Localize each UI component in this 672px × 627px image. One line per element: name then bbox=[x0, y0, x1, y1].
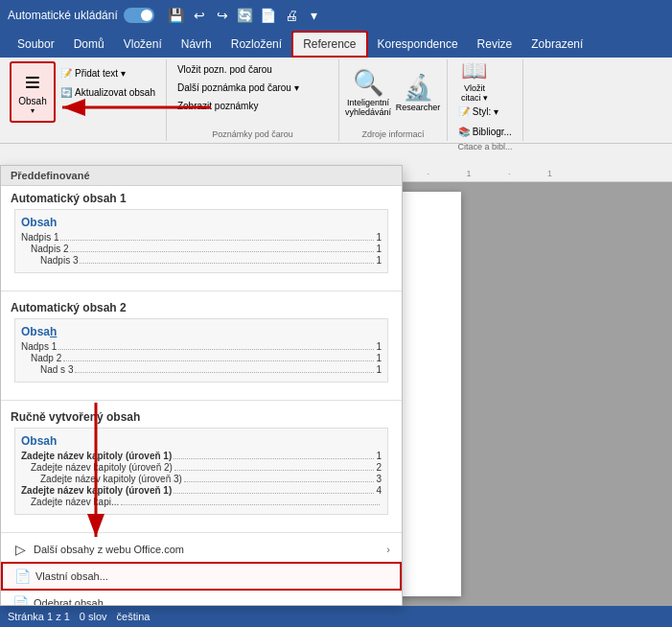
section-divider-2 bbox=[1, 400, 402, 401]
pridat-text-btn[interactable]: 📝 Přidat text ▾ bbox=[56, 65, 160, 81]
submenu-arrow: › bbox=[386, 544, 390, 555]
obsah-side-btns: 📝 Přidat text ▾ 🔄 Aktualizovat obsah bbox=[56, 61, 160, 101]
poznamky-label: Poznámky pod čarou bbox=[173, 129, 333, 139]
auto1-entry-3: Nadpis 3 1 bbox=[21, 255, 382, 266]
obsah-label: Obsah bbox=[18, 96, 46, 106]
autosave-toggle[interactable] bbox=[124, 8, 154, 23]
rucne-e3-text: Zadejte název kapitoly (úroveň 3) bbox=[40, 474, 182, 484]
auto2-entry-3: Nad s 3 1 bbox=[21, 364, 382, 375]
styl-btn[interactable]: 📝 Styl: ▾ bbox=[453, 104, 503, 120]
researcher-btn[interactable]: 🔬 Researcher bbox=[395, 61, 441, 123]
auto2-e3-num: 1 bbox=[376, 364, 382, 375]
rucne-e4-text: Zadejte název kapitoly (úroveň 1) bbox=[21, 485, 172, 496]
auto2-e3-dots bbox=[75, 372, 374, 373]
tab-korespondence[interactable]: Korespondence bbox=[368, 31, 468, 58]
more-icon[interactable]: ▾ bbox=[306, 7, 323, 24]
ribbon-group-obsah: ≡ Obsah ▾ 📝 Přidat text ▾ 🔄 Aktualizovat… bbox=[4, 59, 167, 141]
dalsi-label: Další obsahy z webu Office.com bbox=[34, 544, 184, 555]
vlozit-poznamku-label: Vložit pozn. pod čarou bbox=[177, 64, 272, 75]
rucne-entry-5: Zadejte název kapi... bbox=[21, 497, 382, 507]
dalsi-poznamka-btn[interactable]: Další poznámka pod čarou ▾ bbox=[173, 80, 304, 96]
auto2-e1-text: Nadps 1 bbox=[21, 341, 57, 352]
pridat-text-icon: 📝 bbox=[60, 68, 72, 79]
bibliografie-label: 📚 Bibliogr... bbox=[458, 127, 512, 137]
zobrazit-poznamky-btn[interactable]: Zobrazit poznámky bbox=[173, 98, 263, 114]
auto2-entry-2: Nadp 2 1 bbox=[21, 353, 382, 363]
rucne-e2-dots bbox=[174, 470, 375, 471]
aktualizovat-icon: 🔄 bbox=[60, 87, 72, 98]
tab-soubor[interactable]: Soubor bbox=[8, 31, 64, 58]
rucne-e5-dots bbox=[121, 504, 380, 505]
zdroje-inner: 🔍 Inteligentnívyhledávání 🔬 Researcher bbox=[345, 61, 441, 128]
auto2-e2-text: Nadp 2 bbox=[31, 353, 61, 363]
tab-revize[interactable]: Revize bbox=[468, 31, 522, 58]
auto1-e1-num: 1 bbox=[376, 232, 382, 243]
auto1-e2-num: 1 bbox=[376, 244, 382, 254]
rucne-e4-num: 4 bbox=[376, 485, 382, 496]
vlozit-poznamku-btn[interactable]: Vložit pozn. pod čarou bbox=[173, 61, 277, 78]
auto1-e3-text: Nadpis 3 bbox=[40, 255, 78, 266]
inteligentni-btn[interactable]: 🔍 Inteligentnívyhledávání bbox=[345, 61, 391, 123]
tab-domu[interactable]: Domů bbox=[64, 31, 114, 58]
auto1-e3-num: 1 bbox=[376, 255, 382, 266]
titlebar-left: Automatické ukládání 💾 ↩ ↪ 🔄 📄 🖨 ▾ bbox=[8, 7, 323, 24]
obsah-button[interactable]: ≡ Obsah ▾ bbox=[10, 61, 56, 123]
rucne-preview[interactable]: Obsah Zadejte název kapitoly (úroveň 1) … bbox=[14, 428, 388, 515]
auto2-preview[interactable]: Obsah Nadps 1 1 Nadp 2 1 Nad s 3 1 bbox=[14, 318, 388, 383]
section-divider-1 bbox=[1, 290, 402, 291]
lang: čeština bbox=[117, 611, 151, 622]
print-icon[interactable]: 🖨 bbox=[283, 7, 300, 24]
auto1-preview[interactable]: Obsah Nadpis 1 1 Nadpis 2 1 Nadpis 3 1 bbox=[14, 209, 388, 273]
rucne-obsah-label: Obsah bbox=[21, 434, 382, 448]
researcher-icon: 🔬 bbox=[403, 73, 433, 103]
undo-icon[interactable]: ↩ bbox=[191, 7, 208, 24]
rucne-e1-dots bbox=[174, 458, 374, 459]
vlozit-citaci-btn[interactable]: 📖 Vložitcitaci ▾ bbox=[453, 61, 496, 100]
obsah-arrow: ▾ bbox=[31, 106, 35, 115]
rucne-e1-text: Zadejte název kapitoly (úroveň 1) bbox=[21, 451, 172, 461]
tab-vlozeni[interactable]: Vložení bbox=[114, 31, 172, 58]
pridat-text-label: Přidat text ▾ bbox=[75, 68, 126, 79]
dropdown-panel: Předdefinované Automatický obsah 1 Obsah… bbox=[0, 165, 403, 606]
inteligentni-label: Inteligentnívyhledávání bbox=[345, 98, 391, 117]
ribbon: ≡ Obsah ▾ 📝 Přidat text ▾ 🔄 Aktualizovat… bbox=[0, 58, 672, 144]
dalsi-poznamka-label: Další poznámka pod čarou ▾ bbox=[177, 82, 299, 93]
rucne-title: Ručně vytvořený obsah bbox=[11, 410, 392, 424]
auto1-entry-1: Nadpis 1 1 bbox=[21, 232, 382, 243]
section-divider-3 bbox=[1, 532, 402, 533]
menu-item-vlastni[interactable]: 📄 Vlastní obsah... bbox=[1, 562, 402, 591]
status-bar: Stránka 1 z 1 0 slov čeština bbox=[0, 606, 672, 627]
auto2-entry-1: Nadps 1 1 bbox=[21, 341, 382, 352]
doc-icon[interactable]: 📄 bbox=[260, 7, 277, 24]
titlebar: Automatické ukládání 💾 ↩ ↪ 🔄 📄 🖨 ▾ bbox=[0, 0, 672, 31]
redo-icon[interactable]: ↪ bbox=[214, 7, 231, 24]
ribbon-group-citace: 📖 Vložitcitaci ▾ 📝 Styl: ▾ 📚 Bibliogr...… bbox=[448, 59, 523, 141]
rucne-e5-text: Zadejte název kapi... bbox=[31, 497, 119, 507]
refresh-icon[interactable]: 🔄 bbox=[237, 7, 254, 24]
bibliografie-btn[interactable]: 📚 Bibliogr... bbox=[453, 124, 517, 140]
tab-zobrazeni[interactable]: Zobrazení bbox=[521, 31, 592, 58]
ribbon-group-poznamky: Vložit pozn. pod čarou Další poznámka po… bbox=[167, 59, 339, 141]
aktualizovat-obsah-btn[interactable]: 🔄 Aktualizovat obsah bbox=[56, 84, 160, 101]
auto2-e2-dots bbox=[63, 360, 374, 361]
auto1-entry-2: Nadpis 2 1 bbox=[21, 244, 382, 254]
auto1-title: Automatický obsah 1 bbox=[11, 192, 392, 205]
menu-item-dalsi[interactable]: ▷ Další obsahy z webu Office.com › bbox=[1, 537, 402, 562]
menu-item-odebrat[interactable]: 📄 Odebrat obsah bbox=[1, 591, 402, 606]
auto1-obsah-label: Obsah bbox=[21, 216, 382, 229]
save-icon[interactable]: 💾 bbox=[168, 7, 185, 24]
tab-navrh[interactable]: Návrh bbox=[172, 31, 221, 58]
ribbon-group-zdroje: 🔍 Inteligentnívyhledávání 🔬 Researcher Z… bbox=[339, 59, 448, 141]
auto1-e1-dots bbox=[60, 240, 374, 241]
auto1-e3-dots bbox=[80, 263, 374, 264]
styl-label: 📝 Styl: ▾ bbox=[458, 106, 498, 117]
auto1-e2-dots bbox=[70, 251, 374, 252]
toc-section-auto2: Automatický obsah 2 Obsah Nadps 1 1 Nadp… bbox=[1, 295, 402, 396]
tab-reference[interactable]: Reference bbox=[291, 31, 367, 58]
tab-rozlozeni[interactable]: Rozložení bbox=[221, 31, 291, 58]
rucne-entry-1: Zadejte název kapitoly (úroveň 1) 1 bbox=[21, 451, 382, 461]
rucne-entry-4: Zadejte název kapitoly (úroveň 1) 4 bbox=[21, 485, 382, 496]
page-info: Stránka 1 z 1 bbox=[8, 611, 70, 622]
auto2-e1-dots bbox=[58, 349, 374, 350]
poznamky-inner: Vložit pozn. pod čarou Další poznámka po… bbox=[173, 61, 304, 128]
